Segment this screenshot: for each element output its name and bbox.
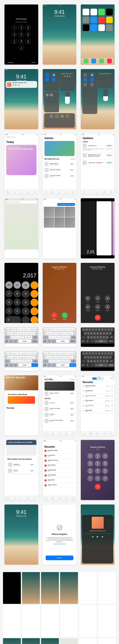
game-hero[interactable] — [44, 141, 75, 156]
return-key[interactable]: return — [70, 340, 76, 343]
dial-hash[interactable]: # — [102, 476, 108, 482]
calc-=[interactable]: = — [30, 316, 38, 323]
numbers-key[interactable]: 123 — [43, 364, 47, 367]
brightness-slider[interactable] — [65, 92, 70, 104]
calc-+[interactable]: + — [30, 307, 38, 315]
cellular-toggle[interactable]: 📶 — [90, 73, 94, 77]
calculator-toggle[interactable]: 🧮 — [60, 114, 64, 118]
return-key[interactable]: Go — [31, 364, 38, 367]
key-j[interactable]: J — [26, 332, 29, 335]
numbers-key[interactable]: 123 — [43, 340, 47, 343]
key-e[interactable]: e — [50, 328, 53, 331]
return-key[interactable]: Search — [70, 364, 76, 367]
music-widget[interactable]: Breadcrumb Meeting_V02 Ca ⏮ ▶ ⏭ — [6, 81, 37, 88]
mic-key[interactable]: 🎤 — [52, 340, 56, 343]
keypad-3[interactable]: 3DEF — [25, 25, 31, 30]
get-button[interactable]: GET — [69, 402, 75, 404]
recent-row[interactable]: −Mohamed Salammobile — [43, 448, 76, 453]
space-key[interactable]: space — [56, 364, 69, 367]
key-a[interactable]: a — [46, 332, 48, 335]
tab-voicemail[interactable]: ▢Voicemail — [70, 496, 76, 500]
key-k[interactable]: k — [106, 332, 109, 335]
delete-icon[interactable]: − — [44, 460, 47, 462]
key-j[interactable]: j — [64, 332, 67, 335]
tab-today[interactable]: ▢Today — [81, 190, 88, 194]
end-call-button[interactable]: ✕ — [95, 314, 101, 320]
delete-key[interactable]: ⌫ — [32, 336, 38, 339]
tab-apps[interactable]: ▢Apps — [56, 190, 63, 194]
key-x[interactable]: x — [90, 336, 93, 339]
dock-phone[interactable] — [84, 59, 88, 64]
delete-key[interactable]: ⌫ — [109, 360, 114, 363]
key-w[interactable]: w — [47, 352, 50, 355]
cellular-toggle[interactable]: 📶 — [52, 73, 56, 77]
key-k[interactable]: K — [29, 332, 32, 335]
get-button[interactable]: GET — [69, 169, 75, 171]
connectivity-expanded[interactable]: ✈ 📶 ⌵ ᛒ ◎ ⊙ — [82, 72, 97, 114]
delete-key[interactable]: ⌫ — [32, 360, 38, 363]
switcher-card[interactable]: 2,01 — [81, 201, 96, 256]
shift-key[interactable]: ⇧ — [5, 360, 10, 363]
info-icon[interactable]: ⓘ — [112, 390, 113, 392]
app-wallet[interactable] — [83, 24, 89, 31]
key-n[interactable]: n — [26, 360, 29, 363]
recent-row[interactable]: −07 368 5487Egypt — [43, 453, 76, 458]
key-p[interactable]: p — [110, 352, 113, 355]
now-playing-module[interactable]: Breadcrumb Meeting_V02 Ca — [98, 72, 113, 88]
key-w[interactable]: w — [47, 328, 50, 331]
key-o[interactable]: o — [107, 328, 110, 331]
get-button[interactable]: GET — [69, 175, 75, 177]
keypad-2[interactable]: 2ABC — [19, 25, 24, 30]
key-u[interactable]: u — [63, 328, 65, 331]
app-notes[interactable] — [106, 16, 113, 23]
tab-search[interactable]: ▢Search — [70, 432, 76, 436]
call-FaceTime[interactable]: ●FaceTime — [94, 304, 102, 311]
play-icon[interactable]: ▶ — [15, 84, 17, 86]
shift-key[interactable]: ⇧ — [43, 360, 48, 363]
key-f[interactable]: F — [17, 332, 19, 335]
recent-row[interactable]: −Mohamed Yousrymobile — [43, 458, 76, 463]
key-v[interactable]: v — [20, 360, 23, 363]
globe-key[interactable]: 🌐 — [47, 340, 51, 343]
end-call-button[interactable]: ✕ — [95, 484, 101, 490]
prev-icon[interactable]: ⏮ — [92, 536, 94, 538]
get-button[interactable]: GET — [29, 464, 34, 466]
key-m[interactable]: m — [29, 360, 32, 363]
key-g[interactable]: g — [58, 356, 61, 359]
key-a[interactable]: a — [46, 356, 48, 359]
key-v[interactable]: v — [96, 336, 99, 339]
delete-icon[interactable]: − — [44, 450, 47, 452]
key-u[interactable]: U — [25, 328, 27, 331]
delete-icon[interactable]: − — [44, 474, 47, 476]
key-i[interactable]: i — [66, 352, 69, 355]
keypad-8[interactable]: 8TUV — [19, 39, 24, 44]
connectivity-module[interactable]: ✈ 📶 ⌵ ᛒ — [44, 72, 59, 91]
prev-icon[interactable]: ⏮ — [64, 75, 66, 77]
calc-%[interactable]: % — [22, 281, 29, 289]
key-n[interactable]: n — [103, 360, 105, 363]
calc-7[interactable]: 7 — [5, 290, 13, 297]
key-u[interactable]: u — [63, 352, 65, 355]
tab-keypad[interactable]: ▢Keypad — [63, 496, 70, 500]
hero-banner[interactable] — [44, 382, 75, 390]
key-z[interactable]: Z — [10, 336, 13, 339]
key-c[interactable]: c — [93, 336, 96, 339]
flashlight-toggle[interactable]: 🔦 — [50, 114, 53, 118]
key-q[interactable]: q — [44, 328, 47, 331]
timer-toggle[interactable]: ⏱ — [55, 114, 59, 118]
key-g[interactable]: g — [96, 332, 99, 335]
key-w[interactable]: w — [9, 352, 12, 355]
key-c[interactable]: C — [17, 336, 19, 339]
key-u[interactable]: u — [101, 352, 104, 355]
key-r[interactable]: r — [92, 328, 94, 331]
key-a[interactable]: A — [7, 332, 10, 335]
wifi-toggle[interactable]: ⌵ — [83, 78, 87, 82]
delete-icon[interactable]: − — [44, 455, 47, 457]
key-e[interactable]: e — [12, 352, 15, 355]
next-icon[interactable]: ⏭ — [18, 84, 20, 86]
space-key[interactable]: space — [56, 340, 69, 343]
dial-4[interactable]: 4GHI — [87, 460, 93, 466]
analytics-link[interactable]: About Analytics & Privacy — [54, 544, 65, 544]
key-j[interactable]: j — [103, 332, 105, 335]
calc-8[interactable]: 8 — [13, 290, 21, 297]
